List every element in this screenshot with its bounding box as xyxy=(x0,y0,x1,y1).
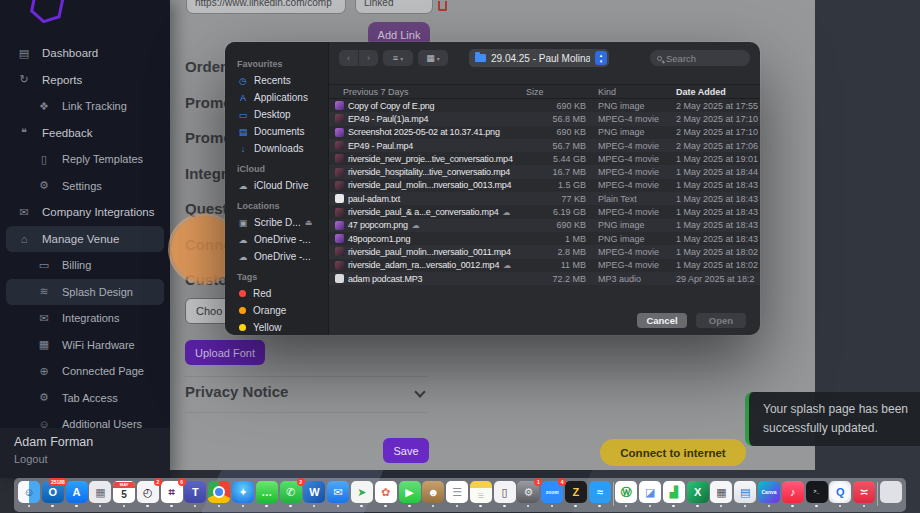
group-view-button[interactable]: ▦▾ xyxy=(418,50,448,66)
iphone-mirroring-icon[interactable]: ▯ xyxy=(494,481,516,507)
sidebar-item-tab-access[interactable]: ⚙Tab Access xyxy=(6,385,164,412)
zoom-icon[interactable]: zoom4 xyxy=(541,481,563,507)
teams-icon[interactable]: T xyxy=(184,481,206,507)
whatsapp-icon[interactable]: ✆2 xyxy=(280,481,302,507)
sidebar-item-dashboard[interactable]: ▤Dashboard xyxy=(6,40,164,67)
canva-icon[interactable]: Canva xyxy=(758,481,780,507)
sidebar-item-manage-venue[interactable]: ⌂Manage Venue xyxy=(6,226,164,253)
group-header-label[interactable]: Previous 7 Days xyxy=(329,87,516,97)
file-row[interactable]: EP49 - Paul(1)a.mp456.8 MBMPEG-4 movie2 … xyxy=(329,112,760,125)
sidebar-item-connected-page[interactable]: ⊕Connected Page xyxy=(6,358,164,385)
sidebar-item-feedback[interactable]: ❝Feedback xyxy=(6,120,164,147)
file-row[interactable]: riverside_paul_molin...nversatio_0011.mp… xyxy=(329,245,760,258)
maps-icon[interactable]: ➤ xyxy=(351,481,373,507)
link-url-input[interactable] xyxy=(186,0,346,14)
link-name-input[interactable] xyxy=(355,0,433,14)
terminal-icon[interactable]: >_ xyxy=(806,481,828,507)
search-field[interactable] xyxy=(650,50,750,66)
keynote-icon[interactable]: ▤ xyxy=(734,481,756,507)
finder-sidebar-item[interactable]: Orange xyxy=(237,302,328,319)
numbers-icon[interactable]: ▟ xyxy=(663,481,685,507)
finder-sidebar-item[interactable]: ▣Scribe D...⏏ xyxy=(237,214,328,231)
kind-column-header[interactable]: Kind xyxy=(590,87,668,97)
finder-sidebar-item[interactable]: ☁OneDrive -... xyxy=(237,248,328,265)
sidebar-item-splash-design[interactable]: ≋Splash Design xyxy=(6,279,164,306)
clock-icon[interactable]: ◴2 xyxy=(137,481,159,507)
safari-icon[interactable]: ✦ xyxy=(232,481,254,507)
trash-icon[interactable] xyxy=(880,481,902,507)
file-row[interactable]: riverside_paul_& a...e_conversatio.mp4☁6… xyxy=(329,205,760,218)
quicktime-icon[interactable]: Q xyxy=(829,481,851,507)
calculator-icon[interactable]: ▦ xyxy=(710,481,732,507)
messages-icon[interactable]: … xyxy=(256,481,278,507)
eject-icon[interactable]: ⏏ xyxy=(305,218,313,227)
outlook-icon[interactable]: O25188 xyxy=(42,481,64,507)
forward-button[interactable]: › xyxy=(359,50,378,66)
delete-link-trash-icon[interactable] xyxy=(438,1,447,11)
privacy-notice-section[interactable]: Privacy Notice xyxy=(185,383,428,400)
finder-sidebar-item[interactable]: ◷Recents xyxy=(237,72,328,89)
whale-app-icon[interactable]: ≈ xyxy=(589,481,611,507)
word-icon[interactable]: W xyxy=(303,481,325,507)
open-button[interactable]: Open xyxy=(696,313,746,328)
search-input[interactable] xyxy=(666,53,736,64)
sidebar-item-reports[interactable]: ↻Reports xyxy=(6,67,164,94)
reminders-icon[interactable]: ☰ xyxy=(446,481,468,507)
file-row[interactable]: 47 popcorn.png☁690 KBPNG image1 May 2025… xyxy=(329,219,760,232)
file-row[interactable]: paul-adam.txt77 KBPlain Text1 May 2025 a… xyxy=(329,192,760,205)
file-row[interactable]: Copy of Copy of E.png690 KBPNG image2 Ma… xyxy=(329,99,760,112)
finder-icon[interactable]: ☺ xyxy=(18,481,40,507)
excel-icon[interactable]: X xyxy=(687,481,709,507)
file-row[interactable]: 49popcorn1.png1 MBPNG image1 May 2025 at… xyxy=(329,232,760,245)
connect-to-internet-button[interactable]: Connect to internet xyxy=(600,439,746,466)
app-store-icon[interactable]: A xyxy=(66,481,88,507)
zapier-icon[interactable]: Z xyxy=(565,481,587,507)
slack-icon[interactable]: ⌗6 xyxy=(161,481,183,507)
back-button[interactable]: ‹ xyxy=(339,50,358,66)
notes-icon[interactable]: ☰ xyxy=(470,481,492,507)
music-icon[interactable]: ♪ xyxy=(782,481,804,507)
finder-sidebar-item[interactable]: ▤Documents xyxy=(237,123,328,140)
sidebar-item-wifi-hardware[interactable]: ▦WiFi Hardware xyxy=(6,332,164,359)
calendar-icon[interactable]: MAY5 xyxy=(113,481,135,507)
launchpad-icon[interactable]: ▦ xyxy=(89,481,111,507)
sidebar-item-link-tracking[interactable]: ❖Link Tracking xyxy=(6,93,164,120)
sidebar-item-reply-templates[interactable]: ▯Reply Templates xyxy=(6,146,164,173)
sidebar-item-billing[interactable]: ▭Billing xyxy=(6,252,164,279)
date-added-column-header[interactable]: Date Added xyxy=(668,87,760,97)
list-view-button[interactable]: ≡▾ xyxy=(383,50,413,66)
file-row[interactable]: riverside_hospitality...tive_conversatio… xyxy=(329,165,760,178)
mail-icon[interactable]: ✉ xyxy=(327,481,349,507)
photos-icon[interactable]: ✿ xyxy=(375,481,397,507)
sidebar-item-integrations[interactable]: ✉Integrations xyxy=(6,305,164,332)
finder-sidebar-item[interactable]: ▭Desktop xyxy=(237,106,328,123)
finder-sidebar-item[interactable]: Red xyxy=(237,285,328,302)
facetime-icon[interactable]: ▶ xyxy=(399,481,421,507)
file-row[interactable]: EP49 - Paul.mp456.7 MBMPEG-4 movie2 May … xyxy=(329,139,760,152)
sidebar-item-settings[interactable]: ⚙Settings xyxy=(6,173,164,200)
contacts-icon[interactable]: ☻ xyxy=(422,481,444,507)
chrome-icon[interactable] xyxy=(208,481,230,507)
cancel-button[interactable]: Cancel xyxy=(637,313,687,328)
size-column-header[interactable]: Size xyxy=(516,87,590,97)
chevron-down-icon[interactable] xyxy=(414,386,425,397)
finder-sidebar-item[interactable]: AApplications xyxy=(237,89,328,106)
preview-icon[interactable]: ◪ xyxy=(639,481,661,507)
finder-sidebar-item[interactable]: ☁OneDrive -... xyxy=(237,231,328,248)
file-row[interactable]: Screenshot 2025-05-02 at 10.37.41.png690… xyxy=(329,126,760,139)
upload-font-button[interactable]: Upload Font xyxy=(185,340,265,365)
red-stripes-app-icon[interactable]: ≍ xyxy=(853,481,875,507)
finder-sidebar-item[interactable]: Yellow xyxy=(237,319,328,335)
save-button[interactable]: Save xyxy=(383,438,429,463)
finder-sidebar-item[interactable]: ☁iCloud Drive xyxy=(237,177,328,194)
w-green-app-icon[interactable]: Ⓦ xyxy=(615,481,637,507)
current-folder-dropdown[interactable]: 29.04.25 - Paul Molinari ▴▾ xyxy=(469,49,609,67)
file-row[interactable]: riverside_adam_ra...versatio_0012.mp4☁11… xyxy=(329,259,760,272)
file-row[interactable]: riverside_new_proje...tive_conversatio.m… xyxy=(329,152,760,165)
folder-stepper-icon[interactable]: ▴▾ xyxy=(595,51,607,65)
file-row[interactable]: riverside_paul_molin...nversatio_0013.mp… xyxy=(329,179,760,192)
system-settings-icon[interactable]: ⚙1 xyxy=(517,481,539,507)
file-row[interactable]: adam podcast.MP372.2 MBMP3 audio29 Apr 2… xyxy=(329,272,760,285)
logout-link[interactable]: Logout xyxy=(14,453,170,465)
sidebar-item-company-integrations[interactable]: ✉Company Integrations xyxy=(6,199,164,226)
